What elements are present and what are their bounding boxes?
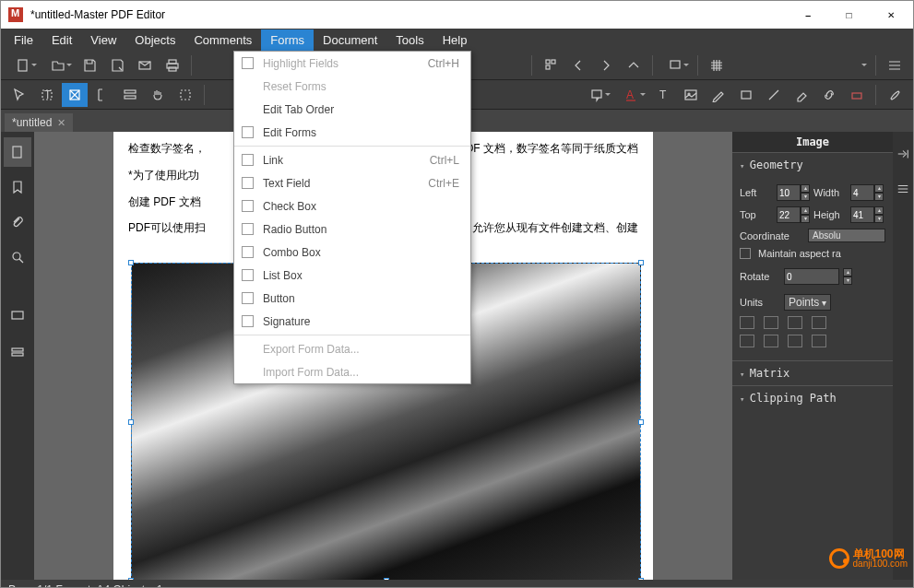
tab-close-icon[interactable]: ✕ [57,117,65,129]
sticky-note-tool[interactable] [580,83,613,107]
spin-down[interactable]: ▾ [874,215,884,223]
up-button[interactable] [621,53,647,77]
aspect-checkbox[interactable] [740,248,751,259]
prev-page-button[interactable] [565,53,591,77]
spin-up[interactable]: ▴ [874,206,884,215]
highlight-tool[interactable]: A [615,83,648,107]
snapshot-tool[interactable] [172,83,198,107]
rectangle-tool[interactable] [733,83,759,107]
rotate-input[interactable]: 0 [784,268,839,285]
left-input[interactable]: 10 [777,184,801,201]
menu-item-combo-box[interactable]: Combo Box [234,241,470,264]
close-button[interactable]: ✕ [870,1,911,29]
text-select-tool[interactable]: T [34,83,60,107]
page-nav-button[interactable] [538,53,564,77]
spin-down[interactable]: ▾ [874,193,884,201]
section-matrix[interactable]: Matrix [732,360,893,385]
maximize-button[interactable]: □ [828,1,870,29]
menu-item-list-box[interactable]: List Box [234,264,470,287]
brush-tool[interactable] [882,83,908,107]
spin-up[interactable]: ▴ [874,184,884,193]
resize-handle[interactable] [638,419,644,425]
pages-panel-button[interactable] [4,137,31,167]
menu-forms[interactable]: Forms [261,29,314,51]
menu-tools[interactable]: Tools [386,29,433,51]
menu-objects[interactable]: Objects [125,29,184,51]
save-button[interactable] [77,53,102,77]
top-input[interactable]: 22 [777,206,801,223]
width-input[interactable]: 4 [850,184,874,201]
bookmarks-panel-button[interactable] [4,172,31,202]
email-button[interactable] [132,53,158,77]
fields-panel-button[interactable] [4,336,31,366]
align-bottom-icon[interactable] [764,335,778,347]
menu-item-edit-forms[interactable]: Edit Forms [234,121,470,144]
options-button[interactable] [882,53,908,77]
spin-up[interactable]: ▴ [801,184,810,193]
panel-toggle-icon[interactable] [889,139,914,169]
line-tool[interactable] [761,83,787,107]
eraser-tool[interactable] [789,83,814,107]
spin-down[interactable]: ▾ [801,215,810,223]
new-file-button[interactable] [6,53,40,77]
menu-item-link[interactable]: LinkCtrl+L [234,148,470,171]
menu-view[interactable]: View [81,29,125,51]
menu-item-button[interactable]: Button [234,287,470,310]
menu-document[interactable]: Document [314,29,386,51]
height-input[interactable]: 41 [850,206,874,223]
spin-up[interactable]: ▴ [801,206,810,215]
document-tab[interactable]: *untitled ✕ [5,113,73,132]
resize-handle[interactable] [128,260,134,265]
attachments-panel-button[interactable] [4,207,31,237]
panel-menu-icon[interactable] [889,174,914,204]
coord-combo[interactable]: Absolu [808,229,885,242]
align-left-icon[interactable] [740,316,754,329]
edit-forms-tool[interactable] [117,83,143,107]
vertical-text-tool[interactable] [89,83,115,107]
link-tool[interactable] [816,83,842,107]
resize-handle[interactable] [384,578,389,580]
menu-comments[interactable]: Comments [184,29,261,51]
open-file-button[interactable] [42,53,75,77]
section-geometry[interactable]: Geometry [732,152,893,177]
comments-panel-button[interactable] [4,301,31,331]
align-center-icon[interactable] [764,316,778,329]
resize-handle[interactable] [128,419,134,425]
pencil-tool[interactable] [706,83,731,107]
menu-edit[interactable]: Edit [42,29,81,51]
spin-up[interactable]: ▴ [843,268,852,276]
resize-handle[interactable] [638,260,644,265]
distribute-h-icon[interactable] [788,335,802,347]
menu-item-edit-tab-order[interactable]: Edit Tab Order [234,98,470,121]
menu-help[interactable]: Help [433,29,477,51]
menu-item-check-box[interactable]: Check Box [234,194,470,218]
initials-tool[interactable] [844,83,870,107]
menu-item-signature[interactable]: Signature [234,310,470,333]
search-panel-button[interactable] [4,242,31,272]
distribute-v-icon[interactable] [812,335,826,347]
select-tool[interactable] [6,83,32,107]
zoom-dropdown[interactable] [731,53,870,77]
save-as-button[interactable] [104,53,130,77]
spin-down[interactable]: ▾ [801,193,810,201]
resize-handle[interactable] [128,578,134,580]
print-button[interactable] [160,53,185,77]
edit-document-tool[interactable] [62,83,88,107]
grid-button[interactable] [704,53,730,77]
minimize-button[interactable]: ‒ [787,1,828,29]
hand-tool[interactable] [145,83,171,107]
fit-button[interactable] [659,53,692,77]
section-clipping[interactable]: Clipping Path [732,385,893,410]
units-combo[interactable]: Points ▾ [784,294,831,311]
menu-file[interactable]: File [5,29,42,51]
menu-item-text-field[interactable]: Text FieldCtrl+E [234,171,470,194]
next-page-button[interactable] [593,53,619,77]
text-tool[interactable]: T [650,83,676,107]
align-top-icon[interactable] [812,316,826,329]
align-right-icon[interactable] [788,316,802,329]
image-tool[interactable] [678,83,704,107]
align-middle-icon[interactable] [740,335,754,347]
spin-down[interactable]: ▾ [843,276,852,285]
resize-handle[interactable] [638,578,644,580]
menu-item-radio-button[interactable]: Radio Button [234,218,470,241]
